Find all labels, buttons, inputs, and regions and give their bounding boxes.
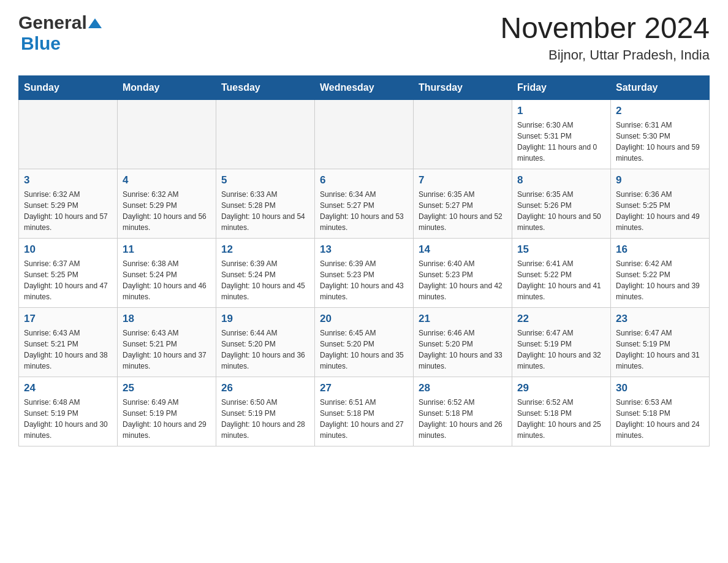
day-header-sunday: Sunday [19, 75, 118, 99]
day-info: Sunrise: 6:30 AMSunset: 5:31 PMDaylight:… [517, 120, 605, 164]
calendar-cell: 4Sunrise: 6:32 AMSunset: 5:29 PMDaylight… [118, 169, 216, 238]
logo-blue-text: Blue [21, 33, 61, 53]
day-info: Sunrise: 6:44 AMSunset: 5:20 PMDaylight:… [221, 327, 309, 372]
title-area: November 2024 Bijnor, Uttar Pradesh, Ind… [500, 12, 710, 63]
day-number: 6 [320, 174, 408, 186]
day-info: Sunrise: 6:52 AMSunset: 5:18 PMDaylight:… [419, 397, 507, 441]
day-info: Sunrise: 6:40 AMSunset: 5:23 PMDaylight:… [419, 258, 507, 302]
calendar-cell [315, 99, 414, 169]
calendar-cell: 22Sunrise: 6:47 AMSunset: 5:19 PMDayligh… [512, 307, 611, 377]
calendar-cell [216, 99, 315, 169]
week-row-5: 24Sunrise: 6:48 AMSunset: 5:19 PMDayligh… [19, 377, 710, 446]
day-info: Sunrise: 6:45 AMSunset: 5:20 PMDaylight:… [320, 327, 408, 372]
svg-marker-0 [88, 18, 102, 28]
day-header-monday: Monday [118, 75, 216, 99]
day-number: 26 [221, 382, 309, 394]
week-row-2: 3Sunrise: 6:32 AMSunset: 5:29 PMDaylight… [19, 169, 710, 238]
calendar-cell: 1Sunrise: 6:30 AMSunset: 5:31 PMDaylight… [512, 99, 611, 169]
day-info: Sunrise: 6:50 AMSunset: 5:19 PMDaylight:… [221, 397, 309, 441]
calendar-cell: 3Sunrise: 6:32 AMSunset: 5:29 PMDaylight… [19, 169, 118, 238]
day-info: Sunrise: 6:35 AMSunset: 5:26 PMDaylight:… [517, 189, 605, 233]
day-number: 18 [123, 313, 211, 325]
calendar-table: SundayMondayTuesdayWednesdayThursdayFrid… [18, 75, 710, 446]
day-number: 30 [616, 382, 704, 394]
day-number: 22 [517, 313, 605, 325]
day-number: 9 [616, 174, 704, 186]
calendar-cell: 30Sunrise: 6:53 AMSunset: 5:18 PMDayligh… [611, 377, 710, 446]
calendar-cell: 27Sunrise: 6:51 AMSunset: 5:18 PMDayligh… [315, 377, 414, 446]
day-info: Sunrise: 6:35 AMSunset: 5:27 PMDaylight:… [419, 189, 507, 233]
calendar-cell: 14Sunrise: 6:40 AMSunset: 5:23 PMDayligh… [414, 238, 512, 307]
day-header-friday: Friday [512, 75, 611, 99]
calendar-subtitle: Bijnor, Uttar Pradesh, India [500, 47, 710, 63]
calendar-cell: 7Sunrise: 6:35 AMSunset: 5:27 PMDaylight… [414, 169, 512, 238]
day-header-thursday: Thursday [414, 75, 512, 99]
calendar-cell: 29Sunrise: 6:52 AMSunset: 5:18 PMDayligh… [512, 377, 611, 446]
day-number: 29 [517, 382, 605, 394]
day-number: 15 [517, 243, 605, 256]
day-number: 19 [221, 313, 309, 325]
calendar-cell: 11Sunrise: 6:38 AMSunset: 5:24 PMDayligh… [118, 238, 216, 307]
day-info: Sunrise: 6:47 AMSunset: 5:19 PMDaylight:… [517, 327, 605, 372]
day-info: Sunrise: 6:46 AMSunset: 5:20 PMDaylight:… [419, 327, 507, 372]
week-row-1: 1Sunrise: 6:30 AMSunset: 5:31 PMDaylight… [19, 99, 710, 169]
day-number: 10 [24, 243, 112, 256]
calendar-cell: 20Sunrise: 6:45 AMSunset: 5:20 PMDayligh… [315, 307, 414, 377]
day-number: 25 [123, 382, 211, 394]
calendar-cell: 21Sunrise: 6:46 AMSunset: 5:20 PMDayligh… [414, 307, 512, 377]
day-number: 11 [123, 243, 211, 256]
day-info: Sunrise: 6:37 AMSunset: 5:25 PMDaylight:… [24, 258, 112, 302]
day-info: Sunrise: 6:42 AMSunset: 5:22 PMDaylight:… [616, 258, 704, 302]
day-header-tuesday: Tuesday [216, 75, 315, 99]
day-info: Sunrise: 6:51 AMSunset: 5:18 PMDaylight:… [320, 397, 408, 441]
calendar-cell: 2Sunrise: 6:31 AMSunset: 5:30 PMDaylight… [611, 99, 710, 169]
day-info: Sunrise: 6:34 AMSunset: 5:27 PMDaylight:… [320, 189, 408, 233]
calendar-cell: 19Sunrise: 6:44 AMSunset: 5:20 PMDayligh… [216, 307, 315, 377]
day-info: Sunrise: 6:38 AMSunset: 5:24 PMDaylight:… [123, 258, 211, 302]
day-info: Sunrise: 6:32 AMSunset: 5:29 PMDaylight:… [24, 189, 112, 233]
calendar-cell: 8Sunrise: 6:35 AMSunset: 5:26 PMDaylight… [512, 169, 611, 238]
day-number: 4 [123, 174, 211, 186]
calendar-cell: 6Sunrise: 6:34 AMSunset: 5:27 PMDaylight… [315, 169, 414, 238]
calendar-cell: 10Sunrise: 6:37 AMSunset: 5:25 PMDayligh… [19, 238, 118, 307]
day-number: 7 [419, 174, 507, 186]
calendar-cell: 12Sunrise: 6:39 AMSunset: 5:24 PMDayligh… [216, 238, 315, 307]
calendar-cell: 23Sunrise: 6:47 AMSunset: 5:19 PMDayligh… [611, 307, 710, 377]
days-header-row: SundayMondayTuesdayWednesdayThursdayFrid… [19, 75, 710, 99]
calendar-cell: 16Sunrise: 6:42 AMSunset: 5:22 PMDayligh… [611, 238, 710, 307]
calendar-cell [118, 99, 216, 169]
day-number: 13 [320, 243, 408, 256]
calendar-cell: 28Sunrise: 6:52 AMSunset: 5:18 PMDayligh… [414, 377, 512, 446]
calendar-cell [414, 99, 512, 169]
day-number: 2 [616, 105, 704, 117]
day-info: Sunrise: 6:48 AMSunset: 5:19 PMDaylight:… [24, 397, 112, 441]
day-number: 23 [616, 313, 704, 325]
day-number: 8 [517, 174, 605, 186]
day-info: Sunrise: 6:33 AMSunset: 5:28 PMDaylight:… [221, 189, 309, 233]
calendar-cell: 26Sunrise: 6:50 AMSunset: 5:19 PMDayligh… [216, 377, 315, 446]
calendar-cell: 5Sunrise: 6:33 AMSunset: 5:28 PMDaylight… [216, 169, 315, 238]
calendar-cell: 24Sunrise: 6:48 AMSunset: 5:19 PMDayligh… [19, 377, 118, 446]
page-header: General Blue November 2024 Bijnor, Uttar… [18, 12, 710, 63]
day-info: Sunrise: 6:41 AMSunset: 5:22 PMDaylight:… [517, 258, 605, 302]
calendar-cell: 13Sunrise: 6:39 AMSunset: 5:23 PMDayligh… [315, 238, 414, 307]
day-info: Sunrise: 6:43 AMSunset: 5:21 PMDaylight:… [24, 327, 112, 372]
day-number: 5 [221, 174, 309, 186]
logo-general-text: General [18, 12, 87, 33]
day-info: Sunrise: 6:53 AMSunset: 5:18 PMDaylight:… [616, 397, 704, 441]
calendar-title: November 2024 [500, 12, 710, 45]
calendar-cell: 18Sunrise: 6:43 AMSunset: 5:21 PMDayligh… [118, 307, 216, 377]
day-header-saturday: Saturday [611, 75, 710, 99]
calendar-cell [19, 99, 118, 169]
day-info: Sunrise: 6:36 AMSunset: 5:25 PMDaylight:… [616, 189, 704, 233]
day-info: Sunrise: 6:49 AMSunset: 5:19 PMDaylight:… [123, 397, 211, 441]
logo-triangle-icon [88, 17, 102, 29]
day-info: Sunrise: 6:43 AMSunset: 5:21 PMDaylight:… [123, 327, 211, 372]
day-number: 24 [24, 382, 112, 394]
day-number: 1 [517, 105, 605, 117]
day-info: Sunrise: 6:39 AMSunset: 5:24 PMDaylight:… [221, 258, 309, 302]
calendar-cell: 9Sunrise: 6:36 AMSunset: 5:25 PMDaylight… [611, 169, 710, 238]
logo: General Blue [18, 12, 102, 54]
day-info: Sunrise: 6:39 AMSunset: 5:23 PMDaylight:… [320, 258, 408, 302]
day-number: 20 [320, 313, 408, 325]
